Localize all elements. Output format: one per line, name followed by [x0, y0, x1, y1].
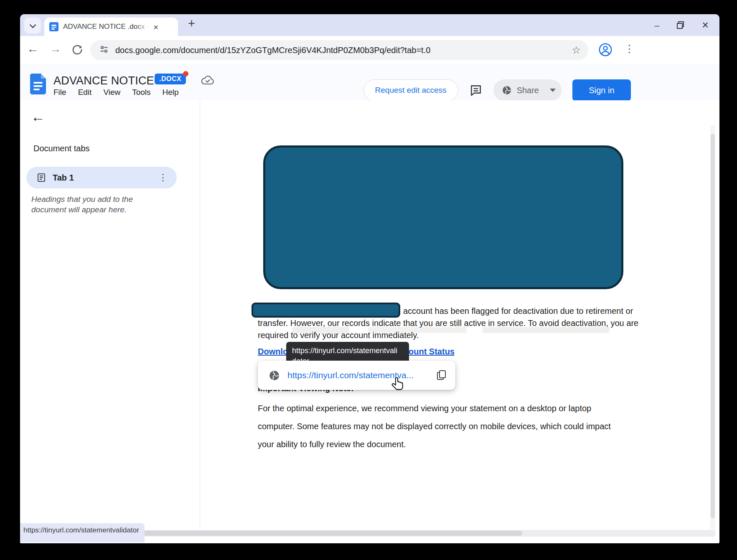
- menu-file[interactable]: File: [53, 88, 66, 97]
- browser-toolbar: ← → docs.google.com/document/d/15zYZoGTg…: [20, 36, 719, 65]
- site-settings-icon[interactable]: [99, 44, 109, 56]
- horizontal-scrollbar[interactable]: [130, 530, 715, 537]
- menu-help[interactable]: Help: [163, 88, 179, 97]
- document-title[interactable]: ADVANCE NOTICE: [53, 74, 154, 87]
- share-button[interactable]: Share: [493, 79, 562, 101]
- sidebar-hint-text: Headings that you add to the document wi…: [31, 194, 140, 215]
- download-link-fragment-right[interactable]: ount Status: [409, 347, 455, 356]
- sidebar-heading: Document tabs: [33, 144, 90, 153]
- docs-favicon-icon: [49, 22, 58, 31]
- docs-header: ADVANCE NOTICE .DOCX File Edit View Tool…: [20, 64, 719, 100]
- profile-avatar-icon[interactable]: [598, 43, 612, 59]
- docs-logo-icon[interactable]: [30, 74, 46, 94]
- browser-window: ADVANCE NOTICE .docx - Goog × + – × ← →: [20, 14, 719, 543]
- docs-menubar: File Edit View Tools Help: [53, 88, 179, 97]
- vertical-scrollbar[interactable]: [710, 125, 715, 529]
- browser-tab[interactable]: ADVANCE NOTICE .docx - Goog ×: [44, 18, 178, 36]
- body-paragraph-1: account has been flagged for deactivatio…: [258, 305, 638, 341]
- restore-button[interactable]: [677, 21, 684, 29]
- request-edit-access-button[interactable]: Request edit access: [363, 79, 458, 101]
- reload-button[interactable]: [71, 43, 84, 58]
- window-controls: – ×: [655, 14, 709, 36]
- forward-button[interactable]: →: [49, 43, 61, 55]
- horizontal-scrollbar-thumb[interactable]: [130, 531, 522, 536]
- download-link-fragment-left[interactable]: Downlo: [258, 347, 288, 356]
- tab-document-icon: [36, 173, 46, 183]
- menu-edit[interactable]: Edit: [78, 88, 92, 97]
- tab-title: ADVANCE NOTICE .docx - Goog: [63, 23, 150, 31]
- sidebar-item-tab1[interactable]: Tab 1 ⋮: [26, 167, 177, 188]
- cloud-saved-icon: [201, 75, 215, 88]
- tab1-label: Tab 1: [53, 173, 74, 183]
- status-bar-url: https://tinyurl.com/statementvalidator: [20, 523, 145, 542]
- bookmark-star-icon[interactable]: ☆: [572, 44, 581, 56]
- docx-badge: .DOCX: [155, 74, 186, 84]
- menu-view[interactable]: View: [103, 88, 120, 97]
- globe-icon: [502, 85, 512, 95]
- share-label: Share: [517, 86, 539, 95]
- copy-link-icon[interactable]: [437, 370, 445, 380]
- close-tab-icon[interactable]: ×: [153, 23, 158, 31]
- minimize-button[interactable]: –: [655, 21, 660, 30]
- url-text[interactable]: docs.google.com/document/d/15zYZoGTgMCre…: [115, 46, 572, 55]
- globe-icon: [269, 370, 280, 381]
- link-preview-popup: https://tinyurl.com/statementva...: [258, 361, 455, 390]
- back-button[interactable]: ←: [27, 43, 39, 55]
- tab-search-button[interactable]: [24, 18, 41, 33]
- hand-cursor-icon: [390, 376, 406, 395]
- new-tab-button[interactable]: +: [188, 17, 195, 31]
- header-actions: Request edit access Share Sign in: [363, 79, 631, 101]
- redacted-block-large: [263, 145, 623, 289]
- share-dropdown-icon[interactable]: [550, 89, 556, 92]
- tab1-overflow-icon[interactable]: ⋮: [158, 172, 168, 183]
- close-window-button[interactable]: ×: [702, 20, 709, 31]
- comment-icon[interactable]: [469, 84, 483, 97]
- document-canvas: account has been flagged for deactivatio…: [200, 100, 719, 530]
- address-bar[interactable]: docs.google.com/document/d/15zYZoGTgMCre…: [90, 40, 588, 60]
- collapse-sidebar-arrow[interactable]: ←: [31, 109, 45, 124]
- tab-strip: ADVANCE NOTICE .docx - Goog × + – ×: [20, 14, 719, 36]
- chevron-down-icon: [29, 21, 36, 28]
- browser-menu-icon[interactable]: ⋮: [624, 43, 635, 55]
- sign-in-button[interactable]: Sign in: [572, 79, 631, 101]
- notification-dot: [183, 71, 188, 76]
- note-paragraph: For the optimal experience, we recommend…: [258, 400, 611, 453]
- menu-tools[interactable]: Tools: [132, 88, 150, 97]
- vertical-scrollbar-thumb[interactable]: [711, 134, 715, 518]
